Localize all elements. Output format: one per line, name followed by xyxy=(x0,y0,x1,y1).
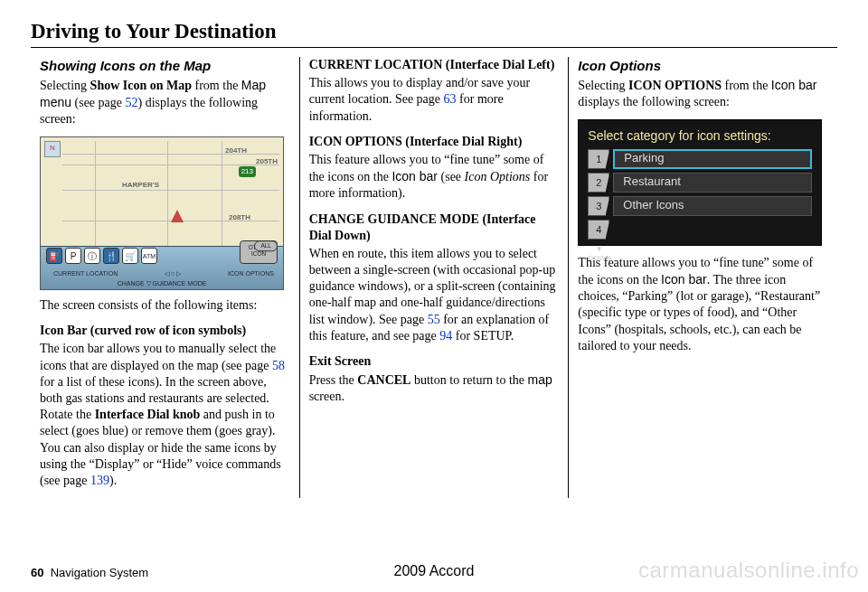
t: from the xyxy=(192,79,241,92)
t: Press the xyxy=(309,373,358,387)
ital-icon-options: Icon Options xyxy=(465,170,531,183)
bold-icon-options: ICON OPTIONS xyxy=(628,79,722,92)
vehicle-position-icon xyxy=(171,210,184,222)
tray-line-1: CURRENT LOCATION ◁ ○ ▷ ICON OPTIONS xyxy=(53,269,274,277)
icon-bar-row: ⛽ P ⓘ 🍴 🛒 ATM xyxy=(46,248,157,264)
down-label: ▼DOWN xyxy=(588,245,609,264)
num-1: 1 xyxy=(588,149,609,169)
route-shield: 213 xyxy=(239,166,256,177)
model-label: 2009 Accord xyxy=(394,563,475,579)
settings-title: Select category for icon settings: xyxy=(579,120,821,149)
current-location-label: CURRENT LOCATION xyxy=(53,269,118,277)
col1-p2: The screen consists of the following ite… xyxy=(40,297,290,314)
num-4: 4 xyxy=(588,220,609,240)
map-icon-screenshot: N HARPER'S 204TH 205TH 208TH 213 ⛽ P ⓘ 🍴… xyxy=(40,136,284,290)
section-heading-showing-icons: Showing Icons on the Map xyxy=(40,57,290,75)
tray-line-2: CHANGE ▽ GUIDANCE MODE xyxy=(41,279,283,287)
parking-icon: P xyxy=(65,248,81,264)
col3-p2: This feature allows you to “fine tune” s… xyxy=(578,255,828,354)
t: (see page xyxy=(71,96,125,109)
section-heading-icon-options: Icon Options xyxy=(578,57,828,75)
footer: 60 Navigation System xyxy=(31,566,148,579)
sans-map: map xyxy=(528,372,552,387)
option-other-icons: Other Icons xyxy=(613,196,812,216)
page-link-139[interactable]: 139 xyxy=(90,474,109,487)
t: The icon bar allows you to manually sele… xyxy=(40,342,276,371)
icon-options-label: ICON OPTIONS xyxy=(228,269,274,277)
col3-p1: Selecting ICON OPTIONS from the Icon bar… xyxy=(578,77,828,110)
sans-icon-bar-3: Icon bar xyxy=(661,272,707,287)
option-restaurant: Restaurant xyxy=(613,173,812,193)
t: from the xyxy=(722,79,771,92)
t: for SETUP. xyxy=(452,329,514,343)
watermark: carmanualsonline.info xyxy=(638,558,859,583)
num-2: 2 xyxy=(588,173,609,193)
bold-cancel: CANCEL xyxy=(357,373,410,387)
col2-p4: Press the CANCEL button to return to the… xyxy=(309,371,560,405)
icon-settings-screenshot: Select category for icon settings: 1 2 3… xyxy=(578,119,822,246)
settings-options: Parking Restaurant Other Icons xyxy=(613,149,812,216)
t: ). xyxy=(109,474,117,487)
footer-section: Navigation System xyxy=(51,566,148,579)
bold-show-icon: Show Icon on Map xyxy=(90,79,192,92)
t: Selecting xyxy=(578,79,628,92)
col2-p2: This feature allows you to “fine tune” s… xyxy=(309,152,560,202)
exit-screen-head: Exit Screen xyxy=(309,353,560,370)
t: displays the following screen: xyxy=(578,95,730,108)
atm-icon: ATM xyxy=(141,248,157,264)
column-3: Icon Options Selecting ICON OPTIONS from… xyxy=(568,57,837,498)
col1-p3: The icon bar allows you to manually sele… xyxy=(40,341,290,489)
page-link-58[interactable]: 58 xyxy=(272,359,285,372)
page-link-52[interactable]: 52 xyxy=(126,96,138,109)
option-parking: Parking xyxy=(613,149,812,169)
page-link-94[interactable]: 94 xyxy=(439,329,452,343)
compass-icon: N xyxy=(44,141,61,157)
street-d: 208TH xyxy=(229,213,250,222)
page-number: 60 xyxy=(31,566,43,579)
icon-options-head: ICON OPTIONS (Interface Dial Right) xyxy=(309,134,560,150)
t: button to return to the xyxy=(410,373,527,387)
bold-interface-dial-knob: Interface Dial knob xyxy=(95,408,201,421)
page-link-55[interactable]: 55 xyxy=(428,313,440,326)
col1-intro: Selecting Show Icon on Map from the Map … xyxy=(40,77,290,128)
num-3: 3 xyxy=(588,196,609,216)
t: screen. xyxy=(309,390,344,403)
col2-p1: This allows you to display and/or save y… xyxy=(309,75,560,125)
sans-icon-bar-2: Icon bar xyxy=(771,78,817,92)
shopping-icon: 🛒 xyxy=(122,248,138,264)
restaurant-icon: 🍴 xyxy=(103,248,119,264)
sans-icon-bar: Icon bar xyxy=(392,169,438,183)
all-button: ALL xyxy=(254,240,278,251)
street-c: 205TH xyxy=(256,157,278,166)
t: Selecting xyxy=(40,79,90,92)
page-title: Driving to Your Destination xyxy=(31,20,837,48)
icon-bar-subhead: Icon Bar (curved row of icon symbols) xyxy=(40,323,290,339)
t: (see xyxy=(438,170,465,183)
current-location-head: CURRENT LOCATION (Interface Dial Left) xyxy=(309,57,560,73)
column-1: Showing Icons on the Map Selecting Show … xyxy=(31,57,299,498)
col2-p3: When en route, this item allows you to s… xyxy=(309,246,560,344)
column-2: CURRENT LOCATION (Interface Dial Left) T… xyxy=(299,57,569,498)
page-link-63[interactable]: 63 xyxy=(444,92,457,106)
settings-number-column: 1 2 3 4 ▼DOWN xyxy=(588,149,609,264)
content-columns: Showing Icons on the Map Selecting Show … xyxy=(31,57,837,498)
street-a: HARPER'S xyxy=(122,181,159,190)
info-icon: ⓘ xyxy=(84,248,100,264)
change-guidance-head: CHANGE GUIDANCE MODE (Interface Dial Dow… xyxy=(309,211,560,244)
gas-icon: ⛽ xyxy=(46,248,62,264)
street-b: 204TH xyxy=(225,146,247,155)
